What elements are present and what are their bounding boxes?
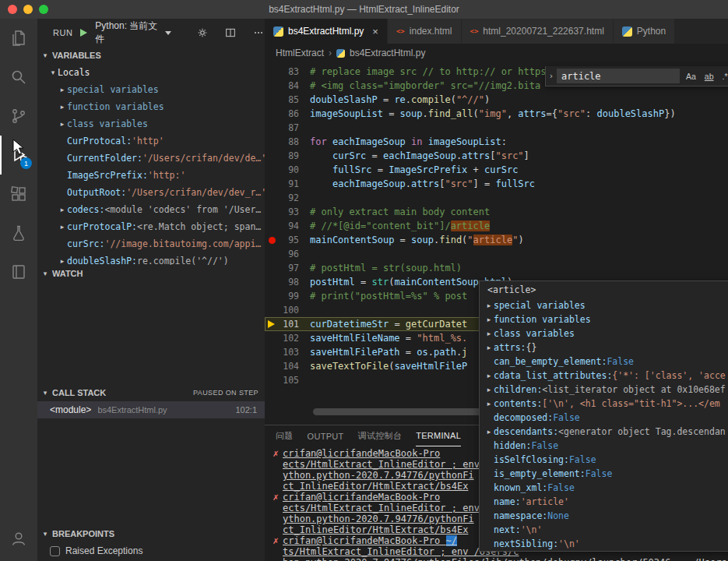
editor-tab[interactable]: Python <box>614 19 675 44</box>
gutter[interactable]: 98 <box>265 275 310 289</box>
code-line[interactable]: 93# only extract main body content <box>265 205 728 219</box>
gutter[interactable]: 86 <box>265 107 310 121</box>
gutter[interactable]: 103 <box>265 345 310 359</box>
terminal-line[interactable]: hon.python-2020.7.94776/pythonFiles/lib/… <box>273 557 728 561</box>
breakpoint-row[interactable]: Raised Exceptions <box>37 542 265 559</box>
variable-row[interactable]: CurrentFolder: '/Users/crifan/dev/de…' <box>37 150 265 167</box>
variable-row[interactable]: CurProtocal: 'http' <box>37 132 265 150</box>
breakpoints-section-header[interactable]: ▾ BREAKPOINTS <box>37 525 265 542</box>
hover-variable-row[interactable]: ▸children: <list_iterator object at 0x10… <box>480 383 728 397</box>
gutter[interactable]: 99 <box>265 289 310 303</box>
breadcrumb-item[interactable]: bs4ExtractHtml.py <box>350 48 425 58</box>
code-line[interactable]: 85doubleSlashP = re.compile("^//") <box>265 93 728 107</box>
code-line[interactable]: 86imageSoupList = soup.find_all("img", a… <box>265 107 728 121</box>
panel-tab[interactable]: 调试控制台 <box>358 425 403 446</box>
close-icon[interactable]: × <box>372 26 378 37</box>
hover-variable-row[interactable]: is_empty_element: False <box>480 467 728 481</box>
variable-row[interactable]: ▸codecs: <module 'codecs' from '/User… <box>37 201 265 218</box>
editor-tab[interactable]: <>index.html <box>388 19 462 44</box>
variable-row[interactable]: ImageSrcPrefix: 'http:' <box>37 167 265 184</box>
variable-row[interactable]: OutputRoot: '/Users/crifan/dev/dev_r…' <box>37 184 265 201</box>
hover-variable-row[interactable]: isSelfClosing: False <box>480 453 728 467</box>
gutter[interactable]: 91 <box>265 177 310 191</box>
variables-section-header[interactable]: ▾ VARIABLES <box>37 47 265 64</box>
whole-word-button[interactable]: ab <box>702 70 716 83</box>
gear-icon[interactable] <box>196 26 209 39</box>
find-input[interactable]: article <box>557 69 680 83</box>
hover-variable-row[interactable]: ▸descendants: <generator object Tag.desc… <box>480 425 728 439</box>
variable-row[interactable]: ▸special variables <box>37 81 265 98</box>
gutter[interactable]: 87 <box>265 121 310 135</box>
code-line[interactable]: 92 <box>265 191 728 205</box>
debug-console-icon[interactable] <box>224 26 237 39</box>
gutter[interactable]: 85 <box>265 93 310 107</box>
watch-section-header[interactable]: ▾ WATCH <box>37 265 265 282</box>
testing-icon[interactable] <box>0 213 37 252</box>
gutter[interactable]: 90 <box>265 163 310 177</box>
hover-variable-row[interactable]: ▸cdata_list_attributes: {'*': ['class', … <box>480 369 728 383</box>
hover-variable-row[interactable]: ▸function variables <box>480 312 728 326</box>
code-line[interactable]: 88for eachImageSoup in imageSoupList: <box>265 135 728 149</box>
hover-variable-row[interactable]: ▸class variables <box>480 326 728 340</box>
gutter[interactable]: 96 <box>265 247 310 261</box>
minimize-window-button[interactable] <box>23 5 33 14</box>
hover-variable-row[interactable]: ▸contents: ['\n', <h1 class="tit-h1">...… <box>480 397 728 411</box>
editor-tab[interactable]: bs4ExtractHtml.py× <box>265 19 388 44</box>
code-line[interactable]: 90 fullSrc = ImageSrcPrefix + curSrc <box>265 163 728 177</box>
hover-variable-row[interactable]: decomposed: False <box>480 411 728 425</box>
code-line[interactable]: 89 curSrc = eachImageSoup.attrs["src"] <box>265 149 728 163</box>
variable-row[interactable]: ▸class variables <box>37 115 265 132</box>
code-line[interactable]: 97# postHtml = str(soup.html) <box>265 261 728 275</box>
gutter[interactable]: 105 <box>265 373 310 387</box>
gutter[interactable]: 95 <box>265 233 310 247</box>
account-icon[interactable] <box>0 519 37 558</box>
close-window-button[interactable] <box>8 5 17 14</box>
hover-variable-row[interactable]: ▸special variables <box>480 298 728 312</box>
hover-variable-row[interactable]: ▸attrs: {} <box>480 340 728 355</box>
stack-frame-row[interactable]: <module>bs4ExtractHtml.py102:1 <box>37 401 265 418</box>
code-line[interactable]: 95mainContentSoup = soup.find("article") <box>265 233 728 247</box>
variable-row[interactable]: curSrc: '//image.bitautoimg.com/appi… <box>37 235 265 252</box>
gutter[interactable]: 97 <box>265 261 310 275</box>
variable-row[interactable]: ▸function variables <box>37 98 265 115</box>
breadcrumb-item[interactable]: HtmlExtract <box>276 48 324 58</box>
gutter[interactable]: 101 <box>265 317 310 331</box>
editor-tab[interactable]: <>html_20200721_222637.html <box>462 19 614 44</box>
panel-tab[interactable]: 问题 <box>276 425 294 446</box>
more-actions-icon[interactable] <box>252 26 265 39</box>
code-line[interactable]: 96 <box>265 247 728 261</box>
start-debugging-button[interactable] <box>80 29 87 37</box>
variable-row[interactable]: ▸doubleSlashP: re.compile('^//') <box>37 252 265 265</box>
variables-scope-row[interactable]: ▾Locals <box>37 64 265 81</box>
regex-button[interactable]: .* <box>720 70 728 83</box>
debug-config-dropdown[interactable]: Python: 当前文件 <box>95 19 171 46</box>
call-stack-section-header[interactable]: ▾ CALL STACK PAUSED ON STEP <box>37 384 265 401</box>
match-case-button[interactable]: Aa <box>684 70 698 83</box>
hover-variable-row[interactable]: hidden: False <box>480 439 728 453</box>
code-line[interactable]: 87 <box>265 121 728 135</box>
gutter[interactable]: 94 <box>265 219 310 233</box>
gutter[interactable]: 102 <box>265 331 310 345</box>
explorer-icon[interactable] <box>0 19 37 58</box>
checkbox[interactable] <box>50 546 60 556</box>
toggle-replace-icon[interactable]: › <box>550 72 553 80</box>
custom-view-icon[interactable] <box>0 252 37 291</box>
variable-row[interactable]: ▸curProtocalP: <re.Match object; span… <box>37 218 265 235</box>
search-icon[interactable] <box>0 58 37 97</box>
gutter[interactable]: 100 <box>265 303 310 317</box>
hover-variable-row[interactable]: can_be_empty_element: False <box>480 355 728 369</box>
code-line[interactable]: 91 eachImageSoup.attrs["src"] = fullSrc <box>265 177 728 191</box>
run-and-debug-icon[interactable]: 1 <box>0 136 37 175</box>
gutter[interactable]: 83 <box>265 65 310 79</box>
zoom-window-button[interactable] <box>39 5 48 14</box>
code-line[interactable]: 94# //*[@id="content_bit"]/article <box>265 219 728 233</box>
hover-variable-row[interactable]: name: 'article' <box>480 495 728 509</box>
panel-tab[interactable]: OUTPUT <box>308 425 344 446</box>
gutter[interactable]: 88 <box>265 135 310 149</box>
breakpoint-icon[interactable] <box>269 237 276 244</box>
gutter[interactable]: 84 <box>265 79 310 93</box>
hover-variable-row[interactable]: nextSibling: '\n' <box>480 537 728 551</box>
gutter[interactable]: 104 <box>265 359 310 373</box>
gutter[interactable]: 89 <box>265 149 310 163</box>
extensions-icon[interactable] <box>0 175 37 213</box>
